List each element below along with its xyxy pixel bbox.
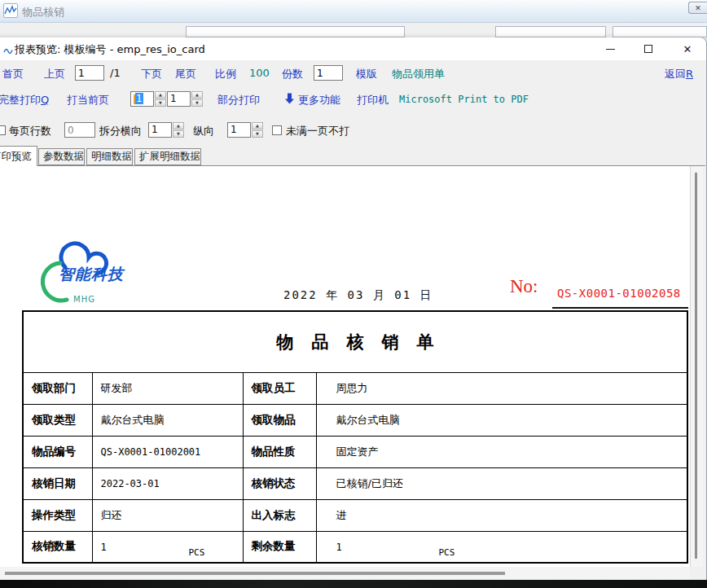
split-horizontal-spinner[interactable]: ▲▼ (173, 122, 184, 138)
spin-down-icon[interactable]: ▼ (155, 99, 166, 107)
background-field (495, 26, 606, 37)
prev-page-button[interactable]: 上页 (44, 67, 65, 81)
rows-per-page-label: 每页行数 (9, 124, 51, 138)
tab-parameter-data[interactable]: 参数数据 (38, 148, 85, 165)
split-vertical-spinner[interactable]: ▲▼ (252, 122, 263, 138)
table-row: 领取部门 研发部 领取员工 周思力 (23, 372, 687, 404)
tab-extended-detail-data[interactable]: 扩展明细数据 (134, 148, 201, 165)
vertical-scrollbar-thumb[interactable] (695, 173, 697, 559)
background-close-button[interactable]: ✕ (688, 2, 707, 14)
background-window-body (0, 23, 707, 37)
scale-label[interactable]: 比例 (215, 67, 236, 81)
spin-up-icon[interactable]: ▲ (173, 122, 184, 129)
rows-per-page-input[interactable] (64, 122, 95, 138)
split-horizontal-label: 拆分横向 (99, 124, 142, 138)
rows-per-page-checkbox[interactable] (0, 125, 6, 135)
horizontal-scrollbar-thumb[interactable] (5, 572, 505, 575)
quantity-unit: PCS (439, 547, 455, 558)
field-value: 周思力 (316, 372, 687, 404)
spin-up-icon[interactable]: ▲ (252, 122, 263, 129)
split-horizontal-stepper[interactable]: 1 ▲▼ (148, 122, 184, 138)
next-page-button[interactable]: 下页 (141, 67, 162, 81)
copies-input[interactable] (314, 65, 343, 81)
field-value: 2022-03-01 (92, 467, 243, 499)
minimize-button[interactable] (598, 38, 622, 59)
dialog-title: 报表预览: 模板编号 - emp_res_io_card (15, 42, 205, 57)
form-title: 物品核销单 (23, 311, 687, 372)
split-horizontal-input[interactable]: 1 (148, 122, 172, 138)
more-functions-button[interactable]: 更多功能 (298, 93, 340, 108)
background-window-titlebar: 物品核销 ✕ (0, 0, 707, 23)
field-value: 戴尔台式电脑 (316, 404, 687, 436)
form-title-row: 物品核销单 (23, 311, 687, 372)
tab-detail-data[interactable]: 明细数据 (86, 148, 133, 165)
range-from-input[interactable]: 1 (130, 91, 154, 107)
close-button[interactable]: ✕ (675, 38, 700, 59)
printer-name: Microsoft Print to PDF (399, 94, 529, 105)
field-label: 核销状态 (243, 467, 316, 499)
maximize-button[interactable] (636, 38, 661, 59)
copies-label: 份数 (282, 67, 303, 81)
quantity-unit: PCS (189, 547, 205, 558)
scale-value: 100 (249, 67, 270, 79)
table-row: 领取类型 戴尔台式电脑 领取物品 戴尔台式电脑 (23, 404, 687, 436)
range-from-stepper[interactable]: 1 ▲▼ (130, 91, 166, 107)
range-to-stepper[interactable]: 1 ▲▼ (167, 91, 203, 107)
vertical-scrollbar[interactable] (690, 166, 703, 567)
background-field (613, 26, 707, 37)
quantity-value: 1 (101, 542, 107, 553)
underfill-no-print-label: 未满一页不打 (286, 124, 349, 138)
template-value: 物品领用单 (392, 67, 445, 81)
company-logo: 智能科技 MHG (41, 241, 130, 316)
field-value: 固定资产 (316, 436, 687, 467)
spin-up-icon[interactable]: ▲ (155, 91, 166, 99)
maximize-icon (644, 45, 652, 53)
table-row: 物品编号 QS-X0001-01002001 物品性质 固定资产 (23, 436, 687, 467)
partial-print-button[interactable]: 部分打印 (217, 93, 260, 108)
split-vertical-stepper[interactable]: 1 ▲▼ (227, 122, 263, 138)
field-value: 进 (316, 499, 687, 531)
split-vertical-input[interactable]: 1 (227, 122, 251, 138)
back-button[interactable]: 返回R (665, 67, 693, 81)
first-page-button[interactable]: 首页 (2, 67, 24, 81)
printer-label[interactable]: 打印机 (357, 93, 389, 108)
table-row: 核销日期 2022-03-01 核销状态 已核销/已归还 (23, 467, 687, 499)
field-label: 出入标志 (243, 499, 316, 531)
page-number-input[interactable] (75, 65, 104, 81)
background-field (186, 26, 405, 37)
more-functions-arrow-icon (284, 93, 295, 107)
field-value: 研发部 (92, 372, 243, 404)
range-to-spinner[interactable]: ▲▼ (191, 91, 203, 107)
spin-down-icon[interactable]: ▼ (191, 99, 203, 107)
print-current-page-button[interactable]: 打当前页 (67, 93, 109, 108)
back-hotkey: R (686, 68, 693, 80)
field-value: QS-X0001-01002001 (92, 436, 243, 467)
quantity-value: 1 (336, 542, 342, 553)
spin-down-icon[interactable]: ▼ (173, 130, 184, 138)
spin-down-icon[interactable]: ▼ (252, 130, 263, 138)
last-page-button[interactable]: 尾页 (175, 67, 196, 81)
horizontal-scrollbar[interactable] (0, 567, 690, 580)
field-label: 操作类型 (23, 499, 92, 531)
table-row: 操作类型 归还 出入标志 进 (23, 499, 687, 531)
field-label: 领取员工 (243, 372, 316, 404)
template-label[interactable]: 模版 (356, 67, 377, 81)
report-preview-canvas: 智能科技 MHG 2022 年 03 月 01 日 No: QS-X0001-0… (0, 166, 690, 567)
split-vertical-label: 纵向 (193, 124, 214, 138)
full-print-button[interactable]: 完整打印Q (0, 93, 49, 108)
tab-print-preview[interactable]: 打印预览 (0, 146, 37, 166)
table-row: 核销数量 1 PCS 剩余数量 1 PCS (23, 531, 687, 563)
field-label: 核销数量 (23, 531, 92, 563)
spin-up-icon[interactable]: ▲ (191, 91, 203, 99)
range-to-input[interactable]: 1 (167, 91, 191, 107)
field-label: 物品性质 (243, 436, 316, 467)
report-no-label: No: (510, 276, 538, 297)
field-value: 戴尔台式电脑 (92, 404, 243, 436)
writeoff-form-table: 物品核销单 领取部门 研发部 领取员工 周思力 领取类型 戴尔台式电脑 领取物品… (22, 310, 688, 564)
underfill-no-print-checkbox[interactable] (272, 125, 282, 135)
minimize-icon (606, 49, 615, 50)
logo-subbrand-text: MHG (73, 295, 95, 304)
logo-brand-text: 智能科技 (59, 264, 124, 285)
range-from-spinner[interactable]: ▲▼ (155, 91, 166, 107)
background-window-title: 物品核销 (22, 5, 64, 20)
